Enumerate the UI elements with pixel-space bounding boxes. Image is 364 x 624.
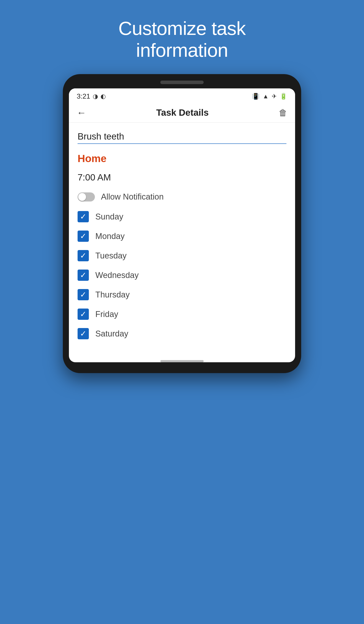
app-bar-title: Task Details <box>156 107 209 118</box>
phone-screen: 3:21 ◑ ◐ 📳 ▲ ✈ 🔋 ← Task Details 🗑 Home 7… <box>69 88 295 362</box>
day-checkbox-monday[interactable]: ✓ <box>78 231 89 242</box>
status-time: 3:21 <box>77 92 90 100</box>
status-bar: 3:21 ◑ ◐ 📳 ▲ ✈ 🔋 <box>69 88 295 103</box>
day-label-saturday: Saturday <box>95 329 128 338</box>
toggle-knob <box>78 193 86 201</box>
checkmark-icon: ✓ <box>80 213 86 221</box>
wifi-icon: ▲ <box>262 93 269 100</box>
checkmark-icon: ✓ <box>80 291 86 299</box>
day-row: ✓Sunday <box>78 211 286 222</box>
home-bar[interactable] <box>160 360 204 362</box>
phone-frame: 3:21 ◑ ◐ 📳 ▲ ✈ 🔋 ← Task Details 🗑 Home 7… <box>63 74 301 373</box>
checkmark-icon: ✓ <box>80 310 86 318</box>
day-checkbox-friday[interactable]: ✓ <box>78 309 89 320</box>
day-row: ✓Thursday <box>78 289 286 300</box>
notification-toggle-row: Allow Notification <box>78 192 286 202</box>
circle-icon-1: ◑ <box>93 93 98 100</box>
day-checkbox-tuesday[interactable]: ✓ <box>78 250 89 261</box>
app-bar: ← Task Details 🗑 <box>69 103 295 123</box>
day-label-sunday: Sunday <box>95 212 123 221</box>
task-name-input[interactable] <box>78 131 286 144</box>
checkmark-icon: ✓ <box>80 271 86 279</box>
days-list: ✓Sunday✓Monday✓Tuesday✓Wednesday✓Thursda… <box>78 211 286 339</box>
checkmark-icon: ✓ <box>80 330 86 338</box>
task-time[interactable]: 7:00 AM <box>78 172 286 183</box>
day-label-tuesday: Tuesday <box>95 251 127 260</box>
battery-icon: 🔋 <box>280 93 287 100</box>
checkmark-icon: ✓ <box>80 252 86 260</box>
day-label-monday: Monday <box>95 232 125 241</box>
checkmark-icon: ✓ <box>80 232 86 240</box>
day-label-thursday: Thursday <box>95 290 130 299</box>
task-category[interactable]: Home <box>78 153 286 164</box>
vibrate-icon: 📳 <box>252 93 260 100</box>
day-checkbox-thursday[interactable]: ✓ <box>78 289 89 300</box>
notification-toggle-label: Allow Notification <box>101 192 164 202</box>
day-row: ✓Wednesday <box>78 269 286 281</box>
notification-toggle[interactable] <box>78 192 95 202</box>
airplane-icon: ✈ <box>272 93 277 100</box>
day-checkbox-sunday[interactable]: ✓ <box>78 211 89 222</box>
day-row: ✓Friday <box>78 309 286 320</box>
day-checkbox-saturday[interactable]: ✓ <box>78 328 89 339</box>
day-row: ✓Saturday <box>78 328 286 339</box>
day-checkbox-wednesday[interactable]: ✓ <box>78 269 89 281</box>
page-title: Customize task information <box>118 17 246 61</box>
day-row: ✓Tuesday <box>78 250 286 261</box>
day-label-wednesday: Wednesday <box>95 271 139 280</box>
back-button[interactable]: ← <box>77 107 86 118</box>
circle-icon-2: ◐ <box>101 93 106 100</box>
day-row: ✓Monday <box>78 231 286 242</box>
delete-button[interactable]: 🗑 <box>279 108 287 118</box>
day-label-friday: Friday <box>95 310 118 319</box>
content-area: Home 7:00 AM Allow Notification ✓Sunday✓… <box>69 123 295 356</box>
phone-speaker <box>160 81 204 84</box>
